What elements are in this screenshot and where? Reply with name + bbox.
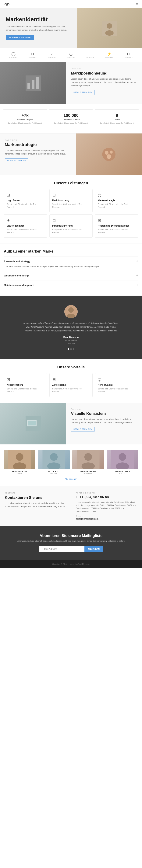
visuelle-tag: ÜBER UNS — [71, 408, 137, 410]
marktpositionierung-content: ÜBER UNS Marktpositionierung Lorem ipsum… — [66, 62, 142, 104]
markenstrategie-cta-button[interactable]: DETAILS ERFAHREN — [5, 158, 28, 163]
stat-text-0: Sample text. Click to select the Test El… — [5, 122, 45, 124]
icon-grid: ⊞ — [88, 52, 92, 56]
team-avatar-2 — [72, 450, 104, 469]
email-label: E-MAIL — [76, 515, 137, 517]
markenstrategie-body: Lorem ipsum dolor sit amet, consectetur … — [5, 149, 71, 156]
svg-point-21 — [50, 453, 58, 461]
team-name-1: MATTIE BALL — [38, 471, 70, 472]
testimonial-role2: New York — [67, 342, 75, 344]
nav-menu-icon[interactable]: ≡ — [136, 2, 138, 6]
stat-number-2: 9 — [97, 113, 137, 118]
icon-check: ✓ — [50, 52, 54, 56]
team-role-0: Tabelar — [4, 472, 35, 474]
vorteil-card-0: ⊡ Kosteneffizienz Sample text. Click to … — [4, 373, 47, 397]
leistungen-section: Unsere Leistungen ⊡ Logo Entwurf Sample … — [0, 175, 142, 243]
icon-label-4: CONTENT — [86, 57, 94, 59]
stat-item-2: 9 Länder Sample text. Click to select th… — [95, 110, 139, 128]
stat-item-0: +7k Weltweite Projekte Sample text. Clic… — [3, 110, 47, 128]
vorteil-card-2: ◎ Hohe Qualität Sample text. Click to se… — [95, 373, 138, 397]
svg-point-2 — [105, 30, 114, 36]
team-member-1: MATTIE BALL Borcoder — [38, 450, 70, 474]
team-avatar-3 — [107, 450, 138, 469]
svg-rect-6 — [36, 78, 39, 89]
markenstrategie-content: WAS WIR TUN Markenstrategie Lorem ipsum … — [0, 133, 76, 175]
service-text-1: Sample text. Click to select the Test El… — [52, 203, 90, 209]
accordion-title-1: Wireframe and design — [4, 274, 30, 277]
marktpositionierung-body: Lorem ipsum dolor sit amet, consectetur … — [71, 78, 137, 87]
svg-point-9 — [110, 151, 113, 154]
stat-text-2: Sample text. Click to select the Test El… — [97, 122, 137, 124]
markenstrategie-image — [76, 133, 142, 175]
svg-rect-5 — [32, 80, 34, 89]
accordion-body-0: Lorem ipsum dolor sit amet, consectetur … — [4, 265, 138, 268]
navbar: logo ≡ — [0, 0, 142, 8]
team-more-link[interactable]: Alle ansehen — [65, 478, 77, 480]
team-avatar-0 — [4, 450, 35, 469]
service-icon-0: ⊡ — [7, 193, 44, 197]
newsletter-title: Abonnieren Sie unsere Mailingliste — [6, 533, 136, 538]
kontakt-label: KONTAKTE — [5, 492, 66, 494]
team-member-3: JENNIE CLARKE Catunor — [107, 450, 138, 474]
icon-label-0: CONTENT — [9, 57, 17, 59]
aufbau-title: Aufbau einer starken Marke — [4, 249, 138, 253]
service-text-5: Sample text. Click to select the Test El… — [98, 228, 135, 234]
icon-label-6: CONTENT — [125, 57, 133, 59]
accordion-item-1: Wireframe and design + — [4, 271, 138, 280]
stat-number-0: +7k — [5, 113, 45, 118]
services-grid: ⊡ Logo Entwurf Sample text. Click to sel… — [4, 189, 138, 238]
service-icon-2: ◎ — [98, 193, 135, 197]
service-card-5: ⊟ Rebranding-Dienstleistungen Sample tex… — [95, 214, 138, 238]
visuelle-content: ÜBER UNS Visuelle Konsistenz Lorem ipsum… — [66, 403, 142, 444]
accordion-header-0[interactable]: Research and strategy + — [4, 259, 138, 264]
service-text-2: Sample text. Click to select the Test El… — [98, 203, 135, 209]
stat-number-1: 100,000 — [51, 113, 91, 118]
service-icon-5: ⊟ — [98, 218, 135, 223]
service-card-2: ◎ Markenstrategie Sample text. Click to … — [95, 189, 138, 212]
phone-label: RUFEN SIE UNS AN — [76, 492, 137, 494]
service-title-4: Infrastrukturierung — [52, 224, 90, 227]
marktpositionierung-title: Marktpositionierung — [71, 71, 137, 75]
icon-label-2: CONTENT — [48, 57, 56, 59]
accordion-header-2[interactable]: Maintenance and support + — [4, 283, 138, 287]
markenstrategie-section: WAS WIR TUN Markenstrategie Lorem ipsum … — [0, 133, 142, 175]
accordion-header-1[interactable]: Wireframe and design + — [4, 274, 138, 278]
svg-point-24 — [84, 453, 92, 461]
hero-cta-button[interactable]: ERFAHREN SIE MEHR — [6, 35, 34, 40]
markenstrategie-tag: WAS WIR TUN — [5, 139, 71, 141]
icon-item-4: ⊞ CONTENT — [86, 52, 94, 59]
service-title-5: Rebranding-Dienstleistungen — [98, 224, 135, 227]
hero-text: Markenidentität Lorem ipsum dolor sit am… — [0, 8, 77, 48]
svg-rect-4 — [28, 83, 30, 89]
icons-row: ◯ CONTENT ⊡ CONTENT ✓ CONTENT ◷ CONTENT … — [0, 48, 142, 62]
service-card-1: ⊞ Marktforschung Sample text. Click to s… — [49, 189, 93, 212]
vorteil-title-1: Zeitersparnis — [52, 383, 90, 386]
service-icon-3: ✦ — [7, 218, 44, 223]
dot-1[interactable] — [70, 348, 72, 350]
footer-text: Copyright © Click to select the Text Ele… — [52, 563, 90, 565]
svg-point-10 — [107, 154, 111, 159]
accordion-plus-2: + — [136, 283, 138, 287]
icon-item-3: ◷ CONTENT — [67, 52, 75, 59]
visuelle-cta-button[interactable]: DETAILS ERFAHREN — [71, 427, 95, 432]
phone-number: T: +1 (324) 987-56-54 — [76, 495, 137, 499]
icon-lightning: ⚡ — [107, 52, 112, 56]
service-title-3: Visuele Identität — [7, 224, 44, 227]
service-icon-4: ⊡ — [52, 218, 90, 223]
newsletter-input[interactable] — [39, 546, 84, 552]
team-avatar-1 — [38, 450, 70, 469]
newsletter-submit-button[interactable]: ANMELDEN — [84, 546, 103, 552]
marktpositionierung-cta-button[interactable]: DETAILS ERFAHREN — [71, 90, 95, 95]
vorteil-icon-1: ⊞ — [52, 377, 90, 382]
service-text-4: Sample text. Click to select the Test El… — [52, 228, 90, 234]
service-card-0: ⊡ Logo Entwurf Sample text. Click to sel… — [4, 189, 47, 212]
testimonial-role: Mitarbeiterin — [65, 339, 77, 342]
dot-0[interactable] — [68, 348, 69, 350]
marktpositionierung-section: ÜBER UNS Marktpositionierung Lorem ipsum… — [0, 62, 142, 104]
newsletter-body: Lorem ipsum dolor sit amet, consectetur … — [6, 540, 136, 542]
vorteil-text-0: Sample text. Click to select the Test El… — [7, 388, 44, 393]
team-member-0: BERTIE NORTON Tabelar — [4, 450, 35, 474]
team-role-2: Fotodesign — [72, 472, 104, 474]
dot-2[interactable] — [73, 348, 74, 350]
svg-point-12 — [68, 307, 74, 313]
